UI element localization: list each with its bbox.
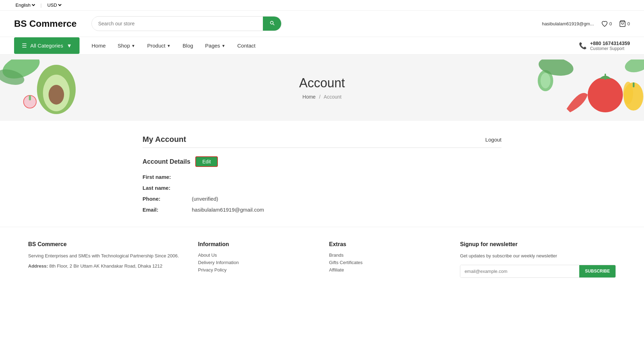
pages-chevron: ▼: [221, 44, 225, 48]
cart-button[interactable]: 0: [619, 20, 630, 27]
footer-address-label: Address:: [28, 263, 48, 269]
main-content: My Account Logout Account Details Edit F…: [128, 135, 516, 213]
vegetables-right-svg: [535, 60, 644, 116]
nav-product[interactable]: Product ▼: [142, 37, 176, 54]
footer-info-title: Information: [198, 241, 315, 248]
search-input[interactable]: [92, 17, 263, 30]
footer-privacy-policy[interactable]: Privacy Policy: [198, 267, 315, 273]
wishlist-count: 0: [610, 21, 612, 26]
separator: |: [40, 2, 42, 8]
customer-support: 📞 +880 1674314359 Customer Support: [579, 40, 630, 51]
svg-point-15: [623, 82, 633, 104]
edit-button[interactable]: Edit: [195, 156, 218, 167]
breadcrumb-home[interactable]: Home: [303, 94, 316, 100]
breadcrumb-current: Account: [324, 94, 342, 100]
hero-title: Account: [299, 76, 345, 90]
vegetables-left-svg: [0, 60, 91, 116]
shop-chevron: ▼: [131, 44, 135, 48]
footer-address-value: 8th Floor, 2 Bir Uttam AK Khandakar Road…: [49, 263, 163, 269]
svg-rect-16: [633, 82, 634, 87]
logout-link[interactable]: Logout: [485, 137, 501, 143]
footer-about-us[interactable]: About Us: [198, 252, 315, 258]
last-name-label: Last name:: [143, 185, 192, 191]
footer-brands[interactable]: Brands: [329, 252, 446, 258]
language-select[interactable]: English: [14, 2, 36, 8]
nav-blog[interactable]: Blog: [178, 37, 198, 54]
search-button[interactable]: [263, 17, 281, 31]
nav-links: Home Shop ▼ Product ▼ Blog Pages ▼ Conta…: [87, 37, 579, 54]
top-bar: English | USD: [0, 0, 644, 11]
svg-point-4: [43, 75, 70, 111]
svg-point-6: [24, 95, 36, 108]
hero-banner: Account Home / Account: [0, 55, 644, 121]
footer-newsletter-col: Signup for newsletter Get updates by sub…: [460, 241, 616, 278]
my-account-title: My Account: [143, 135, 186, 144]
hero-decoration-right: [531, 55, 644, 121]
last-name-row: Last name:: [143, 185, 501, 191]
heart-icon: [601, 20, 608, 27]
footer-description: Serving Enterprises and SMEs with Techno…: [28, 252, 184, 260]
email-value: hasibulalam61919@gmail.com: [192, 207, 264, 213]
nav-home[interactable]: Home: [87, 37, 111, 54]
svg-point-2: [0, 67, 26, 87]
footer-extras-title: Extras: [329, 241, 446, 248]
support-text: +880 1674314359 Customer Support: [590, 40, 630, 51]
header-right: hasibulalam61919@gm... 0 0: [542, 20, 630, 27]
svg-point-9: [541, 73, 550, 88]
cart-icon: [619, 20, 626, 27]
search-icon: [269, 20, 275, 26]
nav-contact[interactable]: Contact: [232, 37, 260, 54]
account-details-section: Account Details Edit: [143, 156, 501, 167]
footer-newsletter-desc: Get updates by subscribe our weekly news…: [460, 252, 616, 260]
svg-point-1: [0, 60, 43, 83]
email-row: Email: hasibulalam61919@gmail.com: [143, 207, 501, 213]
footer-delivery-info[interactable]: Delivery Information: [198, 260, 315, 265]
nav-pages[interactable]: Pages ▼: [200, 37, 230, 54]
first-name-row: First name:: [143, 174, 501, 180]
newsletter-subscribe-button[interactable]: SUBSCRIBE: [579, 265, 615, 277]
phone-number: +880 1674314359: [590, 40, 630, 46]
footer-gifts[interactable]: Gifts Certificates: [329, 260, 446, 265]
header: BS Commerce hasibulalam61919@gm... 0 0: [0, 11, 644, 37]
footer-affiliate[interactable]: Affiliate: [329, 267, 446, 273]
footer: BS Commerce Serving Enterprises and SMEs…: [0, 227, 644, 288]
svg-point-14: [624, 82, 643, 111]
all-categories-label: All Categories: [30, 43, 63, 49]
nav-shop[interactable]: Shop ▼: [113, 37, 140, 54]
phone-label: Phone:: [143, 196, 192, 202]
svg-point-11: [623, 60, 644, 75]
svg-point-8: [538, 70, 553, 91]
all-categories-button[interactable]: ☰ All Categories ▼: [14, 37, 80, 54]
svg-point-12: [588, 77, 623, 112]
footer-info-col: Information About Us Delivery Informatio…: [198, 241, 315, 278]
newsletter-email-input[interactable]: [460, 265, 579, 277]
newsletter-form: SUBSCRIBE: [460, 265, 616, 278]
currency-select[interactable]: USD: [46, 2, 63, 8]
svg-rect-13: [605, 74, 606, 80]
support-label: Customer Support: [590, 46, 630, 51]
cart-count: 0: [627, 21, 630, 26]
breadcrumb: Home / Account: [303, 94, 342, 100]
phone-value: (unverified): [192, 196, 218, 202]
footer-brand: BS Commerce: [28, 241, 184, 248]
footer-brand-col: BS Commerce Serving Enterprises and SMEs…: [28, 241, 184, 278]
logo: BS Commerce: [14, 18, 84, 29]
first-name-label: First name:: [143, 174, 192, 180]
svg-rect-7: [29, 95, 31, 100]
svg-point-3: [37, 65, 76, 114]
account-details-heading: Account Details: [143, 158, 190, 165]
phone-icon: 📞: [579, 42, 587, 50]
user-email: hasibulalam61919@gm...: [542, 21, 594, 26]
wishlist-button[interactable]: 0: [601, 20, 612, 27]
footer-extras-col: Extras Brands Gifts Certificates Affilia…: [329, 241, 446, 278]
account-header: My Account Logout: [143, 135, 501, 148]
phone-row: Phone: (unverified): [143, 196, 501, 202]
footer-newsletter-title: Signup for newsletter: [460, 241, 616, 248]
breadcrumb-separator: /: [319, 94, 321, 100]
search-bar: [91, 16, 282, 31]
hero-decoration-left: [0, 55, 99, 121]
product-chevron: ▼: [167, 44, 171, 48]
footer-grid: BS Commerce Serving Enterprises and SMEs…: [28, 241, 616, 278]
email-label: Email:: [143, 207, 192, 213]
svg-point-10: [537, 60, 575, 78]
